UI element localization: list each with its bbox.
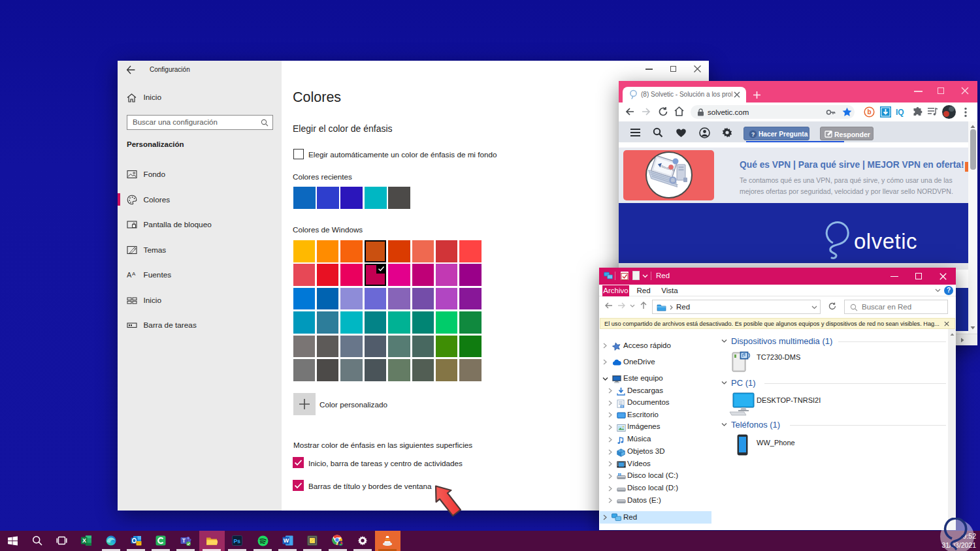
svg-text:Ps: Ps xyxy=(234,538,241,544)
svg-text:W: W xyxy=(283,537,289,544)
svg-text:b: b xyxy=(868,108,872,116)
svg-text:X: X xyxy=(82,537,86,544)
svg-text:T: T xyxy=(182,537,186,544)
svg-text:A: A xyxy=(127,271,132,279)
svg-text:A: A xyxy=(132,271,136,277)
svg-text:?: ? xyxy=(751,131,755,137)
